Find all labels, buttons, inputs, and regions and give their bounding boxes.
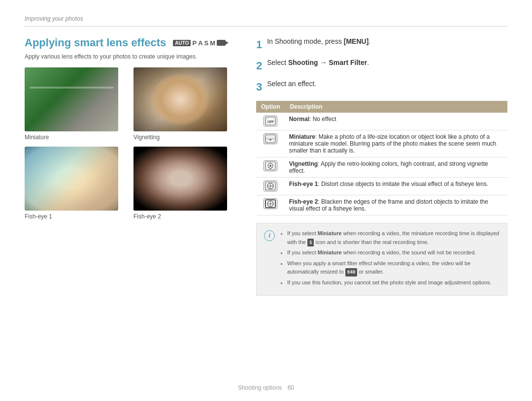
photo-vignetting-image	[133, 67, 227, 131]
table-header-row: Option Description	[256, 101, 507, 113]
step-3-num: 3	[256, 81, 262, 93]
fisheye1-label: Fish-eye 1	[289, 181, 318, 187]
normal-label: Normal	[289, 116, 309, 123]
right-column: 1 In Shooting mode, press [MENU]. 2 Sele…	[256, 36, 507, 296]
table-row-fisheye2: Fish-eye 2: Blacken the edges of the fra…	[256, 195, 507, 216]
fisheye2-label: Fish-eye 2	[289, 198, 318, 205]
fisheye2-icon	[264, 198, 277, 209]
svg-line-2	[266, 118, 267, 119]
photo-fisheye1-item: Fish-eye 1	[25, 147, 128, 220]
page-container: Improving your photos Applying smart len…	[0, 0, 532, 401]
table-row-miniature: Miniature: Make a photo of a life-size l…	[256, 130, 507, 157]
photo-miniature-item: Miniature	[25, 67, 128, 141]
col-header-description: Description	[285, 101, 507, 113]
fisheye1-icon-cell	[256, 178, 285, 195]
note-item-4: If you use this function, you cannot set…	[287, 278, 499, 287]
s-mode: S	[204, 39, 209, 47]
svg-text:OFF: OFF	[267, 120, 274, 124]
step-2-num: 2	[256, 60, 262, 72]
col-header-option: Option	[256, 101, 285, 113]
auto-badge: AUTO	[173, 40, 191, 46]
footer-page: 60	[288, 384, 294, 391]
miniature-label: Miniature	[289, 133, 315, 140]
photo-vignetting-label: Vignetting	[133, 134, 236, 141]
smartfilter-keyword: Smart Filter	[329, 59, 367, 66]
svg-point-8	[269, 165, 271, 167]
photo-fisheye2-item: Fish-eye 2	[133, 147, 236, 220]
note-item-1: If you select Miniature when recording a…	[287, 229, 499, 247]
fisheye1-desc: Fish-eye 1: Distort close objects to imi…	[285, 178, 507, 195]
table-row-normal: OFF Normal: No effect	[256, 113, 507, 130]
normal-icon-cell: OFF	[256, 113, 285, 130]
step-1-text: In Shooting mode, press [MENU].	[267, 37, 370, 45]
vignetting-label: Vignetting	[289, 160, 318, 167]
note-content: If you select Miniature when recording a…	[280, 229, 499, 289]
breadcrumb: Improving your photos	[25, 15, 507, 27]
miniature-desc: Miniature: Make a photo of a life-size l…	[285, 130, 507, 157]
step-1: 1 In Shooting mode, press [MENU].	[256, 36, 507, 53]
vignetting-desc: Vignetting: Apply the retro-looking colo…	[285, 157, 507, 178]
photos-grid: Miniature Vignetting Fish-eye 1 Fish-eye…	[25, 67, 236, 220]
effect-table: Option Description OFF	[256, 101, 507, 216]
step-3: 3 Select an effect.	[256, 79, 507, 95]
photo-fisheye2-label: Fish-eye 2	[133, 213, 236, 220]
miniature-icon-cell	[256, 130, 285, 157]
section-title: Applying smart lens effects AUTO P A S M	[25, 36, 236, 49]
photo-fisheye1-label: Fish-eye 1	[25, 213, 128, 220]
step-3-text: Select an effect.	[267, 80, 316, 88]
svg-marker-5	[269, 139, 272, 141]
photo-miniature-label: Miniature	[25, 134, 128, 141]
fisheye2-desc: Fish-eye 2: Blacken the edges of the fra…	[285, 195, 507, 216]
vignetting-icon	[264, 160, 277, 171]
normal-desc: Normal: No effect	[285, 113, 507, 130]
miniature-icon	[264, 133, 277, 144]
table-row-vignetting: Vignetting: Apply the retro-looking colo…	[256, 157, 507, 178]
normal-off-icon: OFF	[264, 116, 277, 126]
fisheye2-icon-cell	[256, 195, 285, 216]
photo-miniature-image	[25, 67, 118, 131]
photo-vignetting-item: Vignetting	[133, 67, 236, 141]
page-footer: Shooting options 60	[0, 384, 532, 391]
step-1-num: 1	[256, 38, 262, 51]
a-mode: A	[198, 39, 202, 47]
footer-text: Shooting options	[238, 384, 282, 391]
main-content: Applying smart lens effects AUTO P A S M…	[25, 36, 507, 296]
video-mode-icon	[217, 40, 226, 46]
left-column: Applying smart lens effects AUTO P A S M…	[25, 36, 236, 296]
p-mode: P	[192, 39, 197, 47]
note-icon: i	[264, 230, 275, 241]
fisheye1-icon	[264, 181, 277, 191]
step-2: 2 Select Shooting → Smart Filter.	[256, 58, 507, 74]
menu-keyword: [MENU]	[344, 37, 369, 45]
mode-badges: AUTO P A S M	[173, 39, 226, 47]
shooting-keyword: Shooting	[288, 59, 318, 66]
note-item-2: If you select Miniature when recording a…	[287, 248, 499, 257]
note-item-3: When you apply a smart filter effect whi…	[287, 259, 499, 277]
section-subtitle: Apply various lens effects to your photo…	[25, 53, 236, 60]
photo-fisheye1-image	[25, 147, 118, 211]
step-2-text: Select Shooting → Smart Filter.	[267, 59, 369, 66]
m-mode: M	[210, 39, 215, 47]
table-row-fisheye1: Fish-eye 1: Distort close objects to imi…	[256, 178, 507, 195]
note-box: i If you select Miniature when recording…	[256, 223, 507, 296]
vignetting-icon-cell	[256, 157, 285, 178]
photo-fisheye2-image	[133, 147, 227, 211]
